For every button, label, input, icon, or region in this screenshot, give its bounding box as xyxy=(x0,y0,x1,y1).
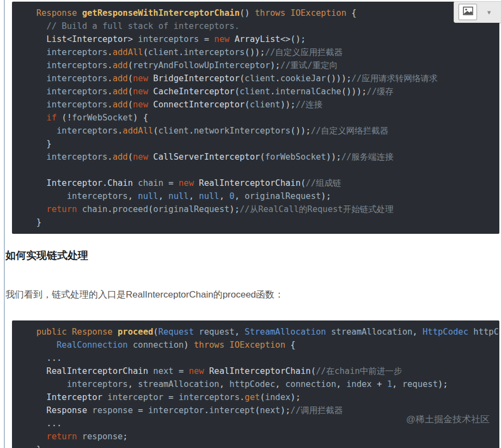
code-line: interceptors.add(new CacheInterceptor(cl… xyxy=(26,85,495,98)
image-toolbar-dropdown-button[interactable]: ▾ xyxy=(477,8,501,16)
code-line: interceptors.addAll(client.interceptors(… xyxy=(26,46,495,59)
code-block-2: public Response proceed(Request request,… xyxy=(12,320,499,448)
code-content: public Response proceed(Request request,… xyxy=(12,320,499,448)
code-line: // Build a full stack of interceptors. xyxy=(26,20,495,33)
code-line: List<Interceptor> interceptors = new Arr… xyxy=(26,33,495,46)
code-line: interceptors.add(new CallServerIntercept… xyxy=(26,150,495,164)
chevron-down-icon: ▾ xyxy=(487,8,491,16)
code-line: RealInterceptorChain next = new RealInte… xyxy=(26,365,495,378)
code-line: return chain.proceed(originalRequest);//… xyxy=(26,203,495,216)
code-line: interceptors.add(new ConnectInterceptor(… xyxy=(26,98,495,111)
code-line: interceptors.addAll(client.networkInterc… xyxy=(26,124,495,137)
code-line xyxy=(26,164,495,177)
code-line: interceptors.add(new BridgeInterceptor(c… xyxy=(26,72,495,85)
code-line: } xyxy=(26,137,495,150)
code-line: } xyxy=(26,443,495,448)
code-block-1: Response getResponseWithInterceptorChain… xyxy=(12,2,499,234)
body-paragraph: 我们看到，链式处理的入口是RealInterceptorChain的procee… xyxy=(5,288,284,301)
image-toolbar: ▾ xyxy=(454,1,501,23)
code-line: if (!forWebSocket) { xyxy=(26,111,495,124)
code-line: Interceptor interceptor = interceptors.g… xyxy=(26,391,495,404)
section-heading: 如何实现链式处理 xyxy=(5,249,88,263)
code-line: interceptors.add(retryAndFollowUpInterce… xyxy=(26,59,495,72)
code-line: RealConnection connection) throws IOExce… xyxy=(26,338,495,352)
code-line: ... xyxy=(26,352,495,365)
code-content: Response getResponseWithInterceptorChain… xyxy=(12,2,499,233)
code-line: public Response proceed(Request request,… xyxy=(26,325,495,338)
watermark: @稀土掘金技术社区 xyxy=(406,413,490,426)
code-line: Interceptor.Chain chain = new RealInterc… xyxy=(26,177,495,190)
content-left-border xyxy=(4,0,5,448)
code-line: Response getResponseWithInterceptorChain… xyxy=(26,7,495,20)
code-line: return response; xyxy=(26,430,495,443)
code-line: } xyxy=(26,216,495,229)
code-line: interceptors, streamAllocation, httpCode… xyxy=(26,378,495,391)
image-tool-button[interactable] xyxy=(459,4,477,20)
image-icon xyxy=(463,7,473,17)
code-line: interceptors, null, null, null, 0, origi… xyxy=(26,190,495,203)
